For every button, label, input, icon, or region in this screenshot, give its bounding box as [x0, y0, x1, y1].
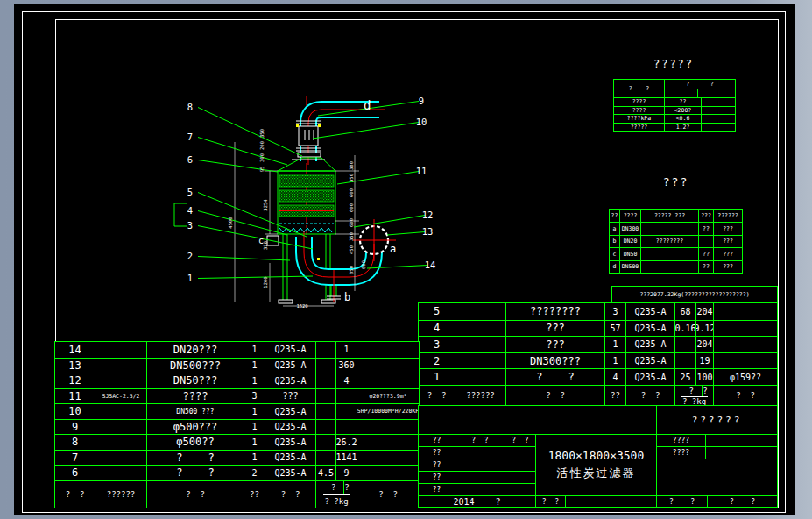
table-cell: 12: [55, 373, 95, 388]
table-cell: [357, 420, 419, 435]
table-row: 13DN500???1Q235-A360: [55, 358, 419, 373]
table-cell: [357, 435, 419, 450]
table-cell: [455, 321, 506, 337]
table-cell: ????????: [641, 236, 699, 247]
table-cell: ??: [419, 472, 455, 483]
table-cell: ? ?: [506, 386, 605, 406]
table-row: ????kPa <0.6: [614, 114, 735, 123]
table-cell: ? ?: [147, 451, 244, 466]
table-cell: 9: [55, 420, 95, 435]
table-cell: φ500??: [147, 435, 244, 450]
table-row: 1? ?4Q235-A25100φ159??: [419, 368, 777, 385]
nozzle-letter-label: b: [344, 291, 350, 303]
table-cell: b: [610, 236, 620, 247]
product-cell: 1800×1800×3500 活性炭过滤器 ? ?: [536, 435, 657, 507]
table-cell: ?: [703, 386, 707, 396]
table-cell: 1: [244, 359, 265, 373]
table-cell: [702, 115, 735, 123]
table-cell: [714, 337, 777, 352]
table-cell: 1: [336, 342, 357, 358]
table-cell: [316, 404, 336, 419]
dimension-text: 350: [349, 174, 354, 182]
table-cell: 14: [55, 342, 95, 358]
table-cell: ?: [681, 386, 703, 396]
callout-number: 13: [422, 226, 434, 237]
table-cell: ??????: [714, 210, 742, 222]
table-cell: ????: [614, 98, 665, 106]
table-row: 12DN50???1Q235-A4: [55, 373, 419, 388]
table-row: ??: [419, 484, 535, 496]
table-cell: Q235-A: [265, 435, 316, 450]
product-size: 1800×1800×3500: [548, 449, 645, 462]
table-header-row: ? ???????? ???? ???? ?kg? ?: [419, 385, 777, 406]
table-cell: [714, 353, 777, 369]
table-cell: ???: [714, 248, 742, 260]
table-cell: [316, 451, 336, 466]
table-cell: 57: [605, 321, 626, 337]
table-cell: [336, 420, 357, 435]
table-cell: ?????: [614, 124, 665, 132]
table-row: dDN500?????: [610, 260, 742, 273]
table-cell: 8: [55, 435, 95, 450]
table-cell: ????: [657, 435, 706, 446]
callout-number: 5: [187, 187, 193, 197]
table-cell: ? ?: [506, 369, 605, 385]
table-row: 2DN300???1Q235-A19: [419, 352, 777, 369]
callout-number: 3: [187, 220, 193, 231]
table-cell: ???: [265, 389, 316, 404]
table-cell: ??: [665, 98, 702, 106]
table-cell: <200?: [665, 107, 702, 115]
table-cell: 6: [55, 466, 95, 480]
table-cell: [706, 435, 777, 446]
table-row: ????: [657, 447, 777, 459]
table-cell: ? ?: [708, 496, 777, 507]
table-cell: [665, 89, 735, 98]
table-cell: [455, 353, 506, 369]
table-cell: ????: [620, 210, 641, 222]
table-cell: [357, 373, 419, 388]
title-block-body: ?? ? ? ? ? ?? ?? ?? ??: [419, 435, 777, 507]
table-cell: ????: [614, 107, 665, 115]
table-cell: 2: [419, 353, 455, 369]
table-cell: 3: [419, 337, 455, 352]
table-cell: 13: [55, 359, 95, 373]
table-cell: [505, 459, 535, 471]
table-row: ??: [419, 447, 535, 459]
table-cell: Q235-A: [265, 342, 316, 358]
table-cell: ????? ???: [641, 210, 699, 222]
callout-number: 12: [422, 210, 434, 220]
table-cell: ? ?: [419, 386, 455, 406]
callout-leader-line: [198, 138, 287, 166]
table-cell: 1: [244, 435, 265, 450]
dimension-text: 600: [349, 188, 354, 197]
table-row: ????? 1.2?: [614, 123, 735, 132]
filter-vessel-drawing: 8765432191011121314dabc45003254320120035…: [171, 81, 451, 316]
table-cell: ???: [714, 261, 742, 273]
table-cell: [336, 389, 357, 404]
table-cell: [505, 447, 535, 459]
table-cell: DN20: [620, 236, 641, 247]
table-cell: a: [610, 223, 620, 234]
table-row: bDN20???????????: [610, 235, 742, 247]
dimension-text: 320: [263, 241, 268, 250]
table-cell: ? ?: [265, 481, 316, 508]
table-cell: ? ?: [657, 496, 708, 507]
table-cell: [95, 420, 147, 435]
table-row: ??????????? ????????????: [610, 210, 742, 222]
table-row: ? ?: [536, 495, 656, 507]
table-cell: ??: [605, 386, 626, 406]
table-row: 5????????3Q235-A68204: [419, 303, 777, 320]
table-cell: 1: [419, 369, 455, 385]
table-cell: [702, 107, 735, 115]
date-cell: 2014 ?: [419, 496, 535, 507]
callout-number: 9: [419, 96, 424, 106]
table-cell: Q235-A: [265, 373, 316, 388]
table-cell: [95, 451, 147, 466]
dimension-text: 3254: [263, 199, 268, 211]
table-cell: φ20???3.9m³: [357, 389, 419, 404]
table-cell: 5: [419, 303, 455, 320]
table-cell: ?: [323, 481, 344, 494]
table-row: 7? ?1Q235-A1141: [55, 450, 419, 466]
table-cell: ???: [506, 337, 605, 352]
table-cell: Q235-A: [626, 353, 675, 369]
